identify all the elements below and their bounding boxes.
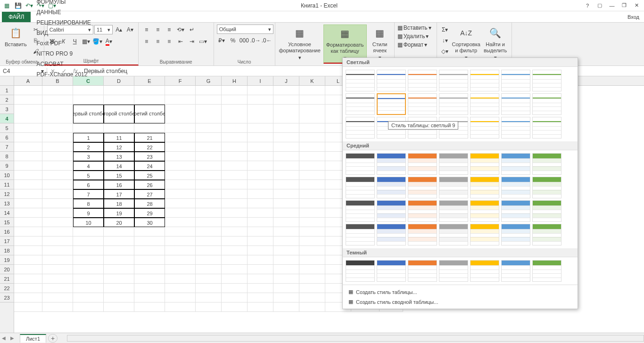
table-style-thumb[interactable] [439,153,468,175]
cell[interactable] [248,218,273,227]
help-icon[interactable]: ? [582,1,593,10]
cell[interactable] [196,302,222,312]
table-style-thumb[interactable] [408,224,437,245]
align-top-icon[interactable]: ≡ [141,24,152,35]
column-header[interactable]: B [42,76,73,85]
cell[interactable] [14,284,42,293]
table-style-thumb[interactable] [408,260,437,282]
cell[interactable] [248,95,273,105]
cell[interactable] [222,218,248,227]
table-style-thumb[interactable] [501,93,530,115]
name-box[interactable]: C4▾ [0,68,47,74]
cell[interactable] [222,302,248,312]
cell[interactable] [196,255,222,265]
maximize-icon[interactable]: ❐ [619,1,630,10]
cell[interactable]: 29 [134,208,165,218]
cell[interactable] [222,284,248,293]
table-style-thumb[interactable] [532,260,561,282]
cell[interactable] [196,227,222,237]
cell[interactable] [273,284,299,293]
cell[interactable] [14,105,42,123]
cell[interactable] [299,293,325,302]
cell[interactable] [134,95,165,105]
copy-icon[interactable]: ⎘ [31,35,41,46]
row-header[interactable]: 22 [0,284,14,293]
new-table-style-button[interactable]: ▦ Создать стиль таблицы... [345,287,576,297]
cell[interactable] [222,123,248,133]
cell[interactable] [134,293,165,302]
cell[interactable] [196,152,222,161]
cell[interactable] [273,265,299,274]
cell[interactable] [273,199,299,208]
row-header[interactable]: 13 [0,199,14,208]
cell[interactable] [42,284,73,293]
cell[interactable] [299,152,325,161]
cell[interactable]: 10 [73,218,104,227]
cell[interactable] [273,227,299,237]
cell[interactable] [42,152,73,161]
column-header[interactable]: F [165,76,196,85]
cell[interactable] [104,86,134,95]
cell[interactable] [42,255,73,265]
cell[interactable] [222,152,248,161]
cell[interactable] [42,227,73,237]
cell[interactable] [248,142,273,152]
cell[interactable] [42,171,73,180]
format-painter-icon[interactable]: 🖌 [31,46,41,57]
cell-styles-button[interactable]: ▦ Стили ячеек▾ [369,24,391,62]
conditional-formatting-button[interactable]: ▦ Условное форматирование▾ [278,24,322,62]
cell[interactable] [42,274,73,284]
cell[interactable] [42,142,73,152]
cell[interactable] [165,133,196,142]
font-color-icon[interactable]: A▾ [104,36,114,47]
currency-icon[interactable]: ₽▾ [217,35,227,46]
cell[interactable]: 14 [104,161,134,171]
add-sheet-button[interactable]: + [48,334,58,343]
cell[interactable] [299,208,325,218]
cell[interactable] [14,265,42,274]
table-style-thumb[interactable] [377,260,406,282]
table-style-thumb[interactable] [346,70,375,91]
table-style-thumb[interactable] [501,200,530,222]
row-header[interactable]: 4 [0,114,14,123]
table-style-thumb[interactable] [470,177,499,198]
cell[interactable] [165,105,196,123]
cell[interactable] [165,142,196,152]
column-header[interactable]: A [14,76,42,85]
row-header[interactable]: 21 [0,274,14,284]
cell[interactable] [14,180,42,189]
table-style-thumb[interactable] [346,117,375,139]
italic-button[interactable]: К [58,36,69,47]
cell[interactable] [299,199,325,208]
cell[interactable] [196,95,222,105]
cell[interactable] [273,142,299,152]
cell[interactable]: 30 [134,218,165,227]
cell[interactable] [222,95,248,105]
align-center-icon[interactable]: ≡ [153,36,163,47]
bold-button[interactable]: Ж [47,36,58,47]
cell[interactable] [14,189,42,199]
paste-button[interactable]: 📋 Вставить [3,24,29,49]
table-style-thumb[interactable] [377,200,406,222]
cell[interactable] [299,105,325,123]
cell[interactable] [42,265,73,274]
cell[interactable] [73,265,104,274]
cell[interactable] [42,208,73,218]
cell[interactable] [299,123,325,133]
cell[interactable] [299,237,325,246]
cell[interactable] [14,133,42,142]
align-middle-icon[interactable]: ≡ [153,24,163,35]
cell[interactable] [196,293,222,302]
column-header[interactable]: J [273,76,299,85]
cell[interactable]: 24 [134,161,165,171]
cell[interactable] [134,237,165,246]
tab-данные[interactable]: ДАННЫЕ [31,7,105,17]
cell[interactable] [42,123,73,133]
cell[interactable] [104,123,134,133]
cell[interactable] [273,302,299,312]
cell[interactable]: 2 [73,142,104,152]
column-header[interactable]: K [299,76,325,85]
cell[interactable] [165,284,196,293]
cell[interactable] [196,123,222,133]
merge-icon[interactable]: ▭▾ [198,36,208,47]
